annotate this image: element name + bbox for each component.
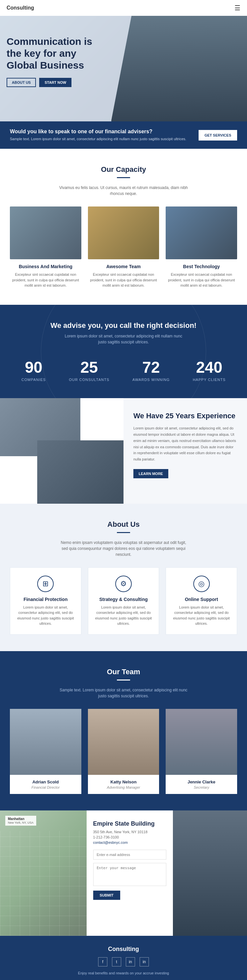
capacity-title: Our Capacity <box>10 165 237 174</box>
experience-images <box>0 398 124 504</box>
experience-content: We Have 25 Years Experience Lorem ipsum … <box>124 398 247 504</box>
about-subtitle: Nemo enim ipsam voluptatem quia voluptas… <box>58 539 189 557</box>
team-info-1: Adrian Scold Financial Director <box>10 775 81 794</box>
hero-content: Communication is the key for any Global … <box>0 16 105 94</box>
capacity-image-1 <box>10 207 81 259</box>
map-grid <box>0 831 87 936</box>
map-inner: Manhattan New York, NY, USA <box>0 810 87 936</box>
header: Consulting ☰ <box>0 0 247 16</box>
team-photo-2 <box>88 709 159 775</box>
linkedin-icon[interactable]: in <box>139 957 149 966</box>
strategy-icon: ⚙ <box>115 576 132 592</box>
footer-text: Enjoy real benefits and rewards on your … <box>10 971 237 975</box>
team-role-2: Advertising Manager <box>93 785 155 789</box>
about-card-text-2: Lorem ipsum dolor sit amet, consectetur … <box>94 605 153 627</box>
about-underline <box>117 532 130 533</box>
about-card-title-1: Financial Protection <box>16 597 75 602</box>
stat-number-2: 25 <box>69 358 109 376</box>
stats-subtitle: Lorem ipsum dolor sit amet, consectetur … <box>61 333 186 345</box>
contact-map: Manhattan New York, NY, USA <box>0 810 87 936</box>
stat-label-2: OUR CONSULTANTS <box>69 378 109 382</box>
map-address: New York, NY, USA <box>8 821 33 824</box>
footer-logo: Consulting <box>10 946 237 953</box>
team-card-2: Katty Nelson Advertising Manager <box>88 709 159 794</box>
hero-person-image <box>111 16 247 121</box>
team-name-1: Adrian Scold <box>14 780 77 784</box>
capacity-item-2: Awesome Team Excepteur sint occaecat cup… <box>88 207 159 288</box>
team-grid: Adrian Scold Financial Director Katty Ne… <box>10 709 237 794</box>
about-card-3: ◎ Online Support Lorem ipsum dolor sit a… <box>166 567 237 635</box>
hero-section: Communication is the key for any Global … <box>0 16 247 121</box>
capacity-underline <box>117 177 130 178</box>
about-card-title-3: Online Support <box>172 597 231 602</box>
contact-address: 350 5th Ave, New York, NY 10118 <box>93 830 167 834</box>
stats-title: We advise you, you call the right decisi… <box>10 321 237 330</box>
about-title: About Us <box>10 520 237 529</box>
capacity-subtitle: Vivamus eu felis lacus. Ut cursus, mauri… <box>58 185 189 197</box>
capacity-item-text-3: Excepteur sint occaecat cupidatat non pr… <box>166 272 237 288</box>
team-card-3: Jennie Clarke Secretary <box>166 709 237 794</box>
about-us-button[interactable]: ABOUT US <box>6 78 36 87</box>
capacity-item-title-1: Business And Marketing <box>10 264 81 269</box>
about-card-2: ⚙ Strategy & Consulting Lorem ipsum dolo… <box>88 567 159 635</box>
header-logo: Consulting <box>6 5 34 11</box>
team-photo-3 <box>166 709 237 775</box>
contact-form-area: Empire State Building 350 5th Ave, New Y… <box>87 810 173 936</box>
team-info-2: Katty Nelson Advertising Manager <box>88 775 159 794</box>
stat-number-1: 90 <box>21 358 46 376</box>
hero-title: Communication is the key for any Global … <box>6 36 99 71</box>
capacity-image-2 <box>88 207 159 259</box>
contact-phone: 1-212-736-3100 <box>93 835 167 839</box>
support-icon: ◎ <box>193 576 210 592</box>
about-section: About Us Nemo enim ipsam voluptatem quia… <box>0 504 247 651</box>
stats-section: We advise you, you call the right decisi… <box>0 305 247 398</box>
team-info-3: Jennie Clarke Secretary <box>166 775 237 794</box>
about-card-text-3: Lorem ipsum dolor sit amet, consectetur … <box>172 605 231 627</box>
experience-title: We Have 25 Years Experience <box>133 411 237 421</box>
start-now-button[interactable]: START NOW <box>39 78 71 87</box>
team-name-3: Jennie Clarke <box>170 780 233 784</box>
submit-button[interactable]: SUBMIT <box>93 891 120 900</box>
team-section: Our Team Sample text. Lorem ipsum dolor … <box>0 651 247 810</box>
instagram-icon[interactable]: in <box>126 957 135 966</box>
map-label: Manhattan New York, NY, USA <box>5 816 36 826</box>
contact-section: Manhattan New York, NY, USA Empire State… <box>0 810 247 936</box>
financial-icon: ⊞ <box>37 576 54 592</box>
stat-label-4: HAPPY CLIENTS <box>193 378 226 382</box>
email-input[interactable] <box>93 850 167 860</box>
learn-more-button[interactable]: LEARN MORE <box>133 469 168 478</box>
facebook-icon[interactable]: f <box>98 957 108 966</box>
team-photo-1 <box>10 709 81 775</box>
team-name-2: Katty Nelson <box>93 780 155 784</box>
team-underline <box>117 679 130 681</box>
hero-buttons: ABOUT US START NOW <box>6 78 99 87</box>
banner-title: Would you like to speak to one of our fi… <box>10 129 192 135</box>
footer: Consulting f t in in Enjoy real benefits… <box>0 936 247 980</box>
get-services-button[interactable]: GET SERVICES <box>199 130 237 140</box>
stat-number-3: 72 <box>132 358 169 376</box>
stat-number-4: 240 <box>193 358 226 376</box>
experience-image-bottom <box>37 441 124 504</box>
about-card-1: ⊞ Financial Protection Lorem ipsum dolor… <box>10 567 81 635</box>
banner-left: Would you like to speak to one of our fi… <box>10 129 192 142</box>
team-subtitle: Sample text. Lorem ipsum dolor sit amet,… <box>58 687 189 699</box>
capacity-item-text-1: Excepteur sint occaecat cupidatat non pr… <box>10 272 81 288</box>
capacity-item-title-2: Awesome Team <box>88 264 159 269</box>
capacity-item-title-3: Best Technology <box>166 264 237 269</box>
stats-grid: 90 COMPANIES 25 OUR CONSULTANTS 72 AWARD… <box>10 358 237 382</box>
experience-text: Lorem ipsum dolor sit amet, consectetur … <box>133 425 237 462</box>
team-role-1: Financial Director <box>14 785 77 789</box>
capacity-grid: Business And Marketing Excepteur sint oc… <box>10 207 237 288</box>
contact-building-photo <box>173 810 247 936</box>
capacity-item-text-2: Excepteur sint occaecat cupidatat non pr… <box>88 272 159 288</box>
menu-icon[interactable]: ☰ <box>234 4 241 12</box>
team-role-3: Secretary <box>170 785 233 789</box>
message-input[interactable] <box>93 863 167 886</box>
stat-item-2: 25 OUR CONSULTANTS <box>69 358 109 382</box>
twitter-icon[interactable]: t <box>112 957 121 966</box>
about-card-title-2: Strategy & Consulting <box>94 597 153 602</box>
blue-banner: Would you like to speak to one of our fi… <box>0 121 247 149</box>
map-city: Manhattan <box>8 817 24 821</box>
footer-social: f t in in <box>10 957 237 966</box>
capacity-item-3: Best Technology Excepteur sint occaecat … <box>166 207 237 288</box>
